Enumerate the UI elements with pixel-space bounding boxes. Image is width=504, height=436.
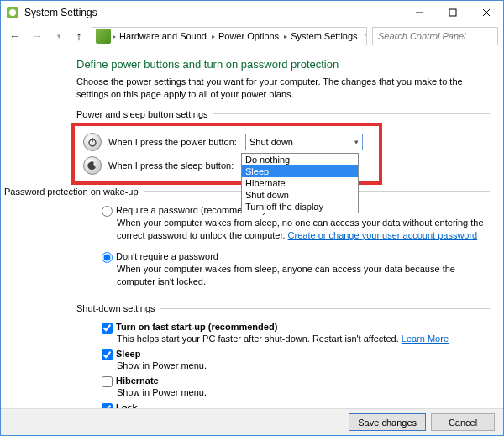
- power-button-select[interactable]: Shut down▾: [245, 134, 363, 150]
- checkbox-description: Show in Power menu.: [102, 360, 490, 372]
- chevron-down-icon[interactable]: v: [361, 32, 367, 40]
- chevron-right-icon: ▸: [282, 33, 289, 40]
- checkbox-description: This helps start your PC faster after sh…: [117, 334, 402, 344]
- nav-up-button[interactable]: ↑: [71, 27, 87, 45]
- close-button[interactable]: [470, 1, 503, 24]
- cancel-button[interactable]: Cancel: [431, 413, 495, 431]
- app-icon: [6, 6, 19, 19]
- section-shutdown: Shut-down settings: [76, 303, 490, 313]
- link-learn-more[interactable]: Learn More: [402, 334, 449, 344]
- checkbox-label: Turn on fast start-up (recommended): [116, 322, 277, 332]
- power-button-label: When I press the power button:: [108, 137, 239, 147]
- checkbox-description: Show in Power menu.: [102, 387, 490, 399]
- radio-label: Don't require a password: [116, 251, 218, 261]
- dropdown-option-selected[interactable]: Sleep: [242, 165, 358, 177]
- breadcrumb-bar[interactable]: ▸ Hardware and Sound ▸ Power Options ▸ S…: [92, 27, 367, 45]
- minimize-button[interactable]: [402, 1, 436, 24]
- svg-point-1: [9, 9, 16, 16]
- nav-history-button[interactable]: ▾: [50, 27, 68, 45]
- checkbox-sleep[interactable]: [102, 349, 113, 360]
- page-heading: Define power buttons and turn on passwor…: [76, 58, 490, 71]
- save-button[interactable]: Save changes: [349, 413, 426, 431]
- section-power-sleep: Power and sleep button settings: [76, 109, 490, 119]
- footer-bar: Save changes Cancel: [1, 408, 503, 435]
- checkbox-fast-startup[interactable]: [102, 323, 113, 334]
- search-box[interactable]: [372, 27, 498, 45]
- dropdown-option[interactable]: Turn off the display: [242, 201, 358, 213]
- sleep-button-label: When I press the sleep button:: [108, 160, 239, 171]
- breadcrumb-item[interactable]: Power Options: [217, 31, 282, 41]
- dropdown-option[interactable]: Hibernate: [242, 177, 358, 189]
- checkbox-label: Sleep: [116, 349, 140, 359]
- svg-rect-3: [449, 9, 456, 16]
- power-button-dropdown[interactable]: Do nothing Sleep Hibernate Shut down Tur…: [241, 153, 359, 213]
- dropdown-option[interactable]: Do nothing: [242, 154, 358, 165]
- breadcrumb-item[interactable]: System Settings: [289, 31, 360, 41]
- radio-require-password[interactable]: [102, 206, 113, 217]
- chevron-right-icon: ▸: [111, 33, 118, 40]
- checkbox-label: Hibernate: [116, 376, 159, 386]
- nav-bar: ← → ▾ ↑ ▸ Hardware and Sound ▸ Power Opt…: [1, 24, 503, 48]
- checkbox-hibernate[interactable]: [102, 376, 113, 387]
- maximize-button[interactable]: [436, 1, 470, 24]
- control-panel-icon: [96, 29, 111, 44]
- dropdown-option[interactable]: Shut down: [242, 189, 358, 201]
- nav-back-button[interactable]: ←: [6, 27, 24, 45]
- page-intro: Choose the power settings that you want …: [76, 76, 490, 101]
- chevron-right-icon: ▸: [210, 33, 217, 40]
- radio-no-password[interactable]: [102, 252, 113, 263]
- radio-description: When your computer wakes from sleep, any…: [102, 263, 490, 292]
- window-title: System Settings: [24, 7, 97, 18]
- power-icon: [83, 133, 102, 151]
- link-change-password[interactable]: Create or change your user account passw…: [288, 230, 478, 240]
- sleep-icon: [83, 156, 102, 175]
- content-area: Define power buttons and turn on passwor…: [1, 48, 503, 409]
- nav-forward-button[interactable]: →: [28, 27, 46, 45]
- highlight-box: When I press the power button: Shut down…: [71, 123, 382, 185]
- title-bar: System Settings: [1, 1, 503, 24]
- search-input[interactable]: [376, 30, 496, 42]
- breadcrumb-item[interactable]: Hardware and Sound: [118, 31, 210, 41]
- chevron-down-icon: ▾: [354, 138, 359, 146]
